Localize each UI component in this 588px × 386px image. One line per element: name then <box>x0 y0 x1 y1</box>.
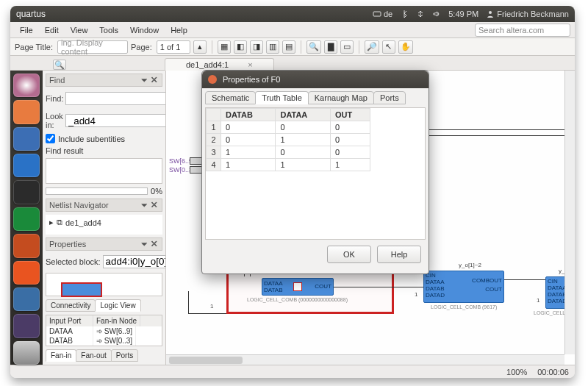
terminal-icon[interactable] <box>13 180 40 204</box>
page-title-label: Page Title: <box>15 43 53 51</box>
impress-icon[interactable] <box>13 234 40 257</box>
find-result-list[interactable] <box>46 158 162 184</box>
ok-button[interactable]: OK <box>327 246 371 263</box>
logic-cell-0[interactable]: DATAA DATAB COUT <box>262 278 334 296</box>
unity-launcher <box>10 71 43 365</box>
files-icon[interactable] <box>13 100 40 124</box>
properties-dialog: Properties of F0 Schematic Truth Table K… <box>201 70 429 274</box>
eclipse-icon[interactable] <box>13 314 40 337</box>
tab-karnaugh-map[interactable]: Karnaugh Map <box>308 91 374 104</box>
logic-cell-1[interactable]: CIN DATAA DATAB DATAD COMBOUT COUT <box>423 271 504 303</box>
logic-view-thumb[interactable] <box>46 273 162 296</box>
table-row: 4111 <box>207 159 370 171</box>
page-spin-up[interactable]: ▴ <box>193 40 207 54</box>
tb-btn1[interactable]: ▦ <box>218 40 231 54</box>
menu-tools[interactable]: Tools <box>94 24 123 36</box>
table-row[interactable]: DATAB➾ SW[0..3] <box>46 336 162 346</box>
tb-btn-zoom[interactable]: 🔎 <box>365 40 379 54</box>
menu-window[interactable]: Window <box>125 24 164 36</box>
dialog-titlebar[interactable]: Properties of F0 <box>202 71 429 88</box>
dash-icon[interactable] <box>13 74 40 97</box>
tb-btn-sel[interactable]: ▭ <box>340 40 354 54</box>
volume-icon[interactable] <box>432 10 441 18</box>
truth-table: DATABDATAAOUT 1000 2010 3100 4111 <box>205 107 426 240</box>
menu-edit[interactable]: Edit <box>40 24 64 36</box>
svg-point-1 <box>489 11 492 14</box>
ports-table: Input PortFan-in Node DATAA➾ SW[6..9] DA… <box>46 315 162 346</box>
include-subentities-check[interactable] <box>46 134 55 143</box>
doc-tab[interactable]: de1_add4:1× <box>165 58 274 71</box>
writer-icon[interactable] <box>13 154 40 177</box>
firefox-icon[interactable] <box>13 127 40 151</box>
page-select[interactable]: 1 of 1 <box>157 40 190 54</box>
tab-fanin[interactable]: Fan-in <box>46 349 76 362</box>
find-panel-title: Find⏷ ✕ <box>46 74 162 87</box>
lookin-input[interactable] <box>65 114 166 127</box>
tb-btn4[interactable]: ▥ <box>266 40 279 54</box>
dialog-title: Properties of F0 <box>223 75 280 84</box>
tb-btn2[interactable]: ◧ <box>234 40 247 54</box>
software-icon[interactable] <box>13 261 40 285</box>
tb-btn-hand[interactable]: ✋ <box>398 40 413 54</box>
tab-truth-table[interactable]: Truth Table <box>255 91 308 104</box>
elapsed-time: 00:00:06 <box>537 368 569 376</box>
hierarchy-icon: ⧉ <box>57 218 62 227</box>
properties-title: Properties⏷ ✕ <box>46 237 162 251</box>
progress-bar <box>46 187 148 195</box>
tab-find-icon[interactable]: 🔍 <box>53 60 66 70</box>
close-window-icon[interactable] <box>208 75 217 84</box>
tab-fanout[interactable]: Fan-out <box>76 349 111 362</box>
zoom-level: 100% <box>506 368 527 376</box>
table-row: 1000 <box>207 121 370 134</box>
status-bar: 100% 00:00:06 <box>10 365 575 378</box>
tab-ports[interactable]: Ports <box>373 91 406 104</box>
vertical-scrollbar[interactable] <box>564 71 575 354</box>
tab-connectivity[interactable]: Connectivity <box>46 299 96 312</box>
help-button[interactable]: Help <box>377 246 421 263</box>
table-row: 3100 <box>207 146 370 159</box>
page-toolbar: Page Title: ing. Display content Page: 1… <box>10 38 575 56</box>
page-title-input[interactable]: ing. Display content <box>57 40 128 54</box>
fn-icon <box>293 282 302 291</box>
user-menu[interactable]: Friedrich Beckmann <box>486 10 569 18</box>
menu-help[interactable]: Help <box>165 24 193 36</box>
selected-block-input[interactable] <box>103 255 166 268</box>
generic-icon[interactable] <box>13 341 40 365</box>
tab-ports[interactable]: Ports <box>111 349 138 362</box>
expand-icon[interactable]: ▸ <box>49 218 54 227</box>
find-result-label: Find result <box>46 146 162 155</box>
tab-schematic[interactable]: Schematic <box>205 91 256 104</box>
app-title: quartus <box>16 9 46 19</box>
table-row: 2010 <box>207 134 370 146</box>
close-icon[interactable]: × <box>248 60 252 69</box>
table-row[interactable]: DATAA➾ SW[6..9] <box>46 326 162 336</box>
horizontal-scrollbar[interactable] <box>166 354 564 365</box>
netlist-tree[interactable]: ▸⧉de1_add4 <box>46 215 162 234</box>
side-panel: Find⏷ ✕ Find:▾List Look in:...Options...… <box>43 71 166 365</box>
keyboard-indicator[interactable]: de <box>373 10 392 18</box>
altera-search[interactable]: Search altera.com <box>475 24 570 37</box>
calc-icon[interactable] <box>13 207 40 231</box>
app-menu: File Edit View Tools Window Help Search … <box>10 22 575 38</box>
tab-logic-view[interactable]: Logic View <box>95 299 140 312</box>
netlist-title: Netlist Navigator⏷ ✕ <box>46 199 162 212</box>
menu-view[interactable]: View <box>65 24 93 36</box>
menu-file[interactable]: File <box>15 24 38 36</box>
clock[interactable]: 5:49 PM <box>448 10 478 18</box>
tb-btn-search[interactable]: 🔍 <box>306 40 321 54</box>
tb-btn3[interactable]: ◨ <box>250 40 263 54</box>
find-input[interactable] <box>65 92 166 105</box>
page-label: Page: <box>131 43 152 51</box>
network-icon[interactable] <box>416 10 425 18</box>
system-menubar: quartus de 5:49 PM Friedrich Beckmann <box>10 6 575 22</box>
document-tabstrip: 🔍 de1_add4:1× <box>10 56 575 71</box>
wireshark-icon[interactable] <box>13 287 40 311</box>
svg-rect-0 <box>373 12 381 16</box>
tb-btn-color[interactable]: ▇ <box>324 40 337 54</box>
tb-btn-ptr[interactable]: ↖ <box>382 40 395 54</box>
tb-btn5[interactable]: ▤ <box>282 40 295 54</box>
bluetooth-icon[interactable] <box>400 10 409 18</box>
